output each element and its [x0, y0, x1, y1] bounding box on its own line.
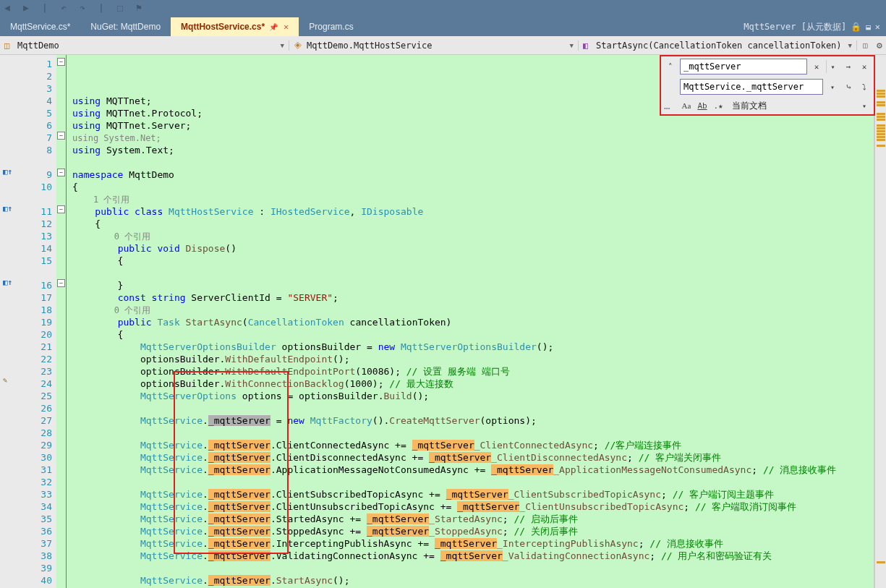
- code-line[interactable]: MqttService._mqttServer.StartAsync();: [67, 574, 874, 587]
- code-line[interactable]: optionsBuilder.WithDefaultEndpointPort(1…: [67, 365, 874, 378]
- nav-project[interactable]: ◫ MqttDemo ▼: [0, 41, 289, 51]
- code-line[interactable]: [67, 427, 874, 439]
- replace-input[interactable]: [680, 79, 823, 95]
- code-line[interactable]: optionsBuilder.WithDefaultEndpoint();: [67, 353, 874, 365]
- close-icon[interactable]: ✕: [284, 22, 289, 32]
- code-line[interactable]: [67, 402, 874, 414]
- close-icon[interactable]: ✕: [810, 60, 823, 73]
- match-case-icon[interactable]: Aa: [680, 99, 693, 112]
- ruler-mark[interactable]: [877, 139, 885, 141]
- code-line[interactable]: 1 个引用: [67, 193, 874, 205]
- dropdown-icon[interactable]: ▾: [858, 99, 871, 112]
- hist-fwd-icon[interactable]: ↷: [80, 2, 91, 14]
- fold-toggle[interactable]: −: [57, 279, 65, 287]
- scope-icon[interactable]: ⬚: [117, 2, 129, 14]
- regex-icon[interactable]: .★: [712, 99, 725, 112]
- close-panel-icon[interactable]: ✕: [858, 60, 871, 73]
- code-line[interactable]: 0 个引用: [67, 304, 874, 316]
- ruler-mark[interactable]: [877, 561, 885, 563]
- nav-member[interactable]: ◧ StartAsync(CancellationToken cancellat…: [579, 41, 857, 51]
- document-tab[interactable]: MqttHostService.cs*📌✕: [171, 17, 299, 36]
- document-tab[interactable]: Program.cs: [299, 17, 363, 36]
- ruler-mark[interactable]: [877, 104, 885, 106]
- divider-icon: |: [42, 2, 54, 14]
- ruler-mark[interactable]: [877, 133, 885, 135]
- code-line[interactable]: MqttService._mqttServer.ClientSubscribed…: [67, 488, 874, 500]
- code-line[interactable]: MqttService._mqttServer.StartedAsync += …: [67, 513, 874, 525]
- ruler-mark[interactable]: [877, 136, 885, 138]
- overview-ruler[interactable]: [874, 55, 886, 588]
- code-line[interactable]: {: [67, 181, 874, 193]
- fold-toggle[interactable]: −: [57, 205, 65, 213]
- fold-toggle[interactable]: −: [57, 169, 65, 176]
- metadata-tab[interactable]: MqttServer [从元数据] 🔒 ⬓ ✕: [738, 17, 886, 36]
- replace-all-icon[interactable]: ⤵: [858, 80, 871, 93]
- code-line[interactable]: MqttServerOptionsBuilder optionsBuilder …: [67, 341, 874, 353]
- whole-word-icon[interactable]: Ab: [696, 99, 709, 112]
- nav-project-label: MqttDemo: [17, 41, 59, 51]
- code-line[interactable]: MqttService._mqttServer.ClientDisconnect…: [67, 451, 874, 464]
- code-line[interactable]: public void Dispose(): [67, 242, 874, 255]
- gear-icon[interactable]: ⚙: [873, 40, 886, 51]
- ruler-mark[interactable]: [877, 90, 885, 92]
- code-line[interactable]: MqttService._mqttServer.ClientConnectedA…: [67, 439, 874, 451]
- code-line[interactable]: public class MqttHostService : IHostedSe…: [67, 205, 874, 218]
- ruler-mark[interactable]: [877, 127, 885, 129]
- code-line[interactable]: {: [67, 218, 874, 230]
- find-next-icon[interactable]: →: [842, 60, 855, 73]
- code-line[interactable]: MqttService._mqttServer.ApplicationMessa…: [67, 464, 874, 476]
- collapse-icon[interactable]: ˄: [664, 60, 677, 73]
- hist-back-icon[interactable]: ↶: [61, 2, 72, 14]
- code-line[interactable]: const string ServerClientId = "SERVER";: [67, 291, 874, 304]
- divider-icon: |: [98, 2, 110, 14]
- fold-toggle[interactable]: −: [57, 58, 65, 66]
- ruler-mark[interactable]: [877, 119, 885, 121]
- code-line[interactable]: MqttService._mqttServer.ClientUnsubscrib…: [67, 500, 874, 513]
- code-line[interactable]: [67, 476, 874, 488]
- code-line[interactable]: MqttService._mqttServer = new MqttFactor…: [67, 414, 874, 427]
- code-line[interactable]: using System.Text;: [67, 144, 874, 156]
- split-icon[interactable]: ◫: [857, 41, 873, 49]
- ruler-mark[interactable]: [877, 116, 885, 118]
- code-line[interactable]: {: [67, 328, 874, 341]
- nav-class[interactable]: 🞛 MqttDemo.MqttHostService ▼: [289, 41, 579, 51]
- document-tab[interactable]: NuGet: MqttDemo: [80, 17, 171, 36]
- chevron-down-icon: ▼: [848, 42, 852, 49]
- code-line[interactable]: public Task StartAsync(CancellationToken…: [67, 316, 874, 328]
- ruler-mark[interactable]: [877, 95, 885, 98]
- code-line[interactable]: MqttService._mqttServer.ValidatingConnec…: [67, 550, 874, 562]
- code-line[interactable]: [67, 267, 874, 279]
- nav-class-label: MqttDemo.MqttHostService: [307, 41, 432, 51]
- code-line[interactable]: MqttServerOptions options = optionsBuild…: [67, 390, 874, 402]
- replace-one-icon[interactable]: ⤷: [842, 80, 855, 93]
- unpin-icon[interactable]: ⬓: [866, 22, 871, 32]
- code-line[interactable]: [67, 156, 874, 169]
- find-input[interactable]: [680, 59, 807, 74]
- close-icon[interactable]: ✕: [875, 22, 880, 32]
- ruler-mark[interactable]: [877, 101, 885, 103]
- nav-fwd-icon[interactable]: ▶: [23, 2, 35, 14]
- ruler-mark[interactable]: [877, 93, 885, 95]
- document-tab[interactable]: MqttService.cs*: [0, 17, 80, 36]
- nav-back-icon[interactable]: ◀: [4, 2, 16, 14]
- dropdown-icon[interactable]: ▾: [826, 80, 839, 93]
- code-area[interactable]: using MQTTnet;using MQTTnet.Protocol;usi…: [67, 55, 874, 588]
- dropdown-icon[interactable]: ▾: [826, 60, 839, 73]
- indicator-margin: ◧↑◧↑◧↑✎: [0, 55, 17, 588]
- ruler-mark[interactable]: [877, 130, 885, 132]
- fold-toggle[interactable]: −: [57, 132, 65, 140]
- code-line[interactable]: optionsBuilder.WithConnectionBacklog(100…: [67, 378, 874, 390]
- code-line[interactable]: MqttService._mqttServer.InterceptingPubl…: [67, 537, 874, 550]
- code-line[interactable]: [67, 562, 874, 574]
- code-line[interactable]: namespace MqttDemo: [67, 169, 874, 181]
- code-line[interactable]: 0 个引用: [67, 230, 874, 242]
- code-line[interactable]: }: [67, 279, 874, 291]
- ruler-mark[interactable]: [877, 145, 885, 147]
- code-line[interactable]: {: [67, 255, 874, 267]
- bookmark-icon[interactable]: ⚑: [136, 2, 148, 14]
- code-line[interactable]: MqttService._mqttServer.StoppedAsync += …: [67, 525, 874, 537]
- ruler-mark[interactable]: [877, 113, 885, 115]
- code-line[interactable]: using System.Net;: [67, 132, 874, 144]
- code-line[interactable]: using MQTTnet.Server;: [67, 119, 874, 132]
- ruler-mark[interactable]: [877, 124, 885, 127]
